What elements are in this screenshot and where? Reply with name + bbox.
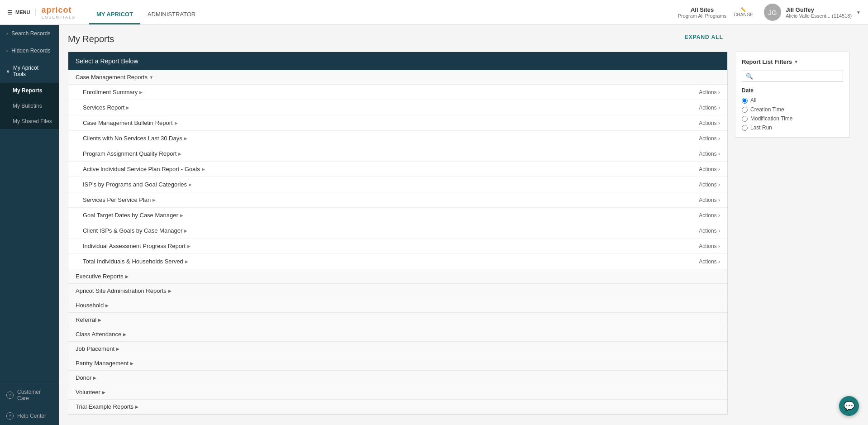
table-row[interactable]: Individual Assessment Progress Report ▶ …: [68, 239, 727, 254]
section-apricot-site-admin[interactable]: Apricot Site Administration Reports ▶: [68, 284, 727, 298]
row-name: Active Individual Service Plan Report - …: [83, 166, 205, 172]
logo: apricot ESSENTIALS: [41, 5, 76, 19]
table-row[interactable]: Program Assignment Quality Report ▶ Acti…: [68, 146, 727, 162]
radio-last-run[interactable]: Last Run: [742, 124, 843, 131]
table-row[interactable]: Goal Target Dates by Case Manager ▶ Acti…: [68, 208, 727, 223]
sidebar-sub-menu: My Reports My Bulletins My Shared Files: [0, 83, 59, 129]
actions-button[interactable]: Actions ›: [699, 258, 720, 265]
section-case-management[interactable]: Case Management Reports ▼: [68, 70, 727, 85]
actions-button[interactable]: Actions ›: [699, 89, 720, 96]
avatar: JG: [764, 4, 781, 21]
row-name: Total Individuals & Households Served ▶: [83, 258, 188, 265]
section-referral[interactable]: Referral ▶: [68, 313, 727, 327]
row-arrow-icon: ▶: [185, 259, 188, 264]
row-name: Client ISPs & Goals by Case Manager ▶: [83, 227, 187, 234]
filter-title-label: Report List Filters: [742, 58, 792, 65]
sidebar-sub-my-bulletins[interactable]: My Bulletins: [0, 98, 59, 114]
sidebar-item-customer-care[interactable]: ? Customer Care: [0, 383, 59, 407]
radio-creation-input[interactable]: [742, 107, 748, 113]
section-donor[interactable]: Donor ▶: [68, 371, 727, 385]
table-row[interactable]: ISP's by Programs and Goal Categories ▶ …: [68, 177, 727, 192]
row-arrow-icon: ▶: [184, 136, 187, 141]
radio-all-input[interactable]: [742, 98, 748, 104]
section-class-attendance[interactable]: Class Attendance ▶: [68, 327, 727, 342]
change-button[interactable]: ✏️ CHANGE: [734, 7, 753, 17]
avatar-initials: JG: [768, 9, 777, 16]
section-label: Donor: [76, 374, 91, 381]
actions-button[interactable]: Actions ›: [699, 228, 720, 234]
sidebar-sub-my-reports[interactable]: My Reports: [0, 83, 59, 98]
section-arrow-icon: ▶: [168, 289, 172, 293]
sidebar-item-hidden-records[interactable]: › Hidden Records: [0, 42, 59, 59]
menu-label: MENU: [15, 10, 30, 15]
chat-icon: 💬: [844, 401, 855, 411]
top-nav: ☰ MENU apricot ESSENTIALS MY APRICOT ADM…: [0, 0, 868, 25]
page-title: My Reports: [68, 34, 859, 44]
tab-administrator[interactable]: ADMINISTRATOR: [140, 7, 203, 24]
section-executive-reports[interactable]: Executive Reports ▶: [68, 269, 727, 284]
table-row[interactable]: Active Individual Service Plan Report - …: [68, 162, 727, 177]
content-area: Select a Report Below Case Management Re…: [68, 52, 859, 415]
section-arrow-icon: ▶: [135, 405, 138, 409]
radio-creation-time[interactable]: Creation Time: [742, 106, 843, 113]
section-label: Volunteer: [76, 389, 100, 396]
sidebar-item-help-center[interactable]: ? Help Center: [0, 407, 59, 425]
user-info: Jill Guffey Alicio Valle Essent... (1145…: [786, 6, 852, 19]
row-arrow-icon: ▶: [175, 121, 178, 125]
table-row[interactable]: Case Management Bulletin Report ▶ Action…: [68, 115, 727, 131]
edit-icon: ✏️: [741, 7, 746, 12]
table-row[interactable]: Client ISPs & Goals by Case Manager ▶ Ac…: [68, 223, 727, 239]
actions-button[interactable]: Actions ›: [699, 166, 720, 172]
sidebar-label-apricot-tools: My Apricot Tools: [13, 65, 52, 77]
help-center-label: Help Center: [17, 413, 46, 419]
actions-button[interactable]: Actions ›: [699, 135, 720, 142]
radio-modification-time[interactable]: Modification Time: [742, 115, 843, 122]
row-arrow-icon: ▶: [139, 90, 143, 95]
section-arrow-icon: ▶: [105, 303, 109, 308]
table-row[interactable]: Services Report ▶ Actions ›: [68, 100, 727, 115]
section-arrow-icon: ▶: [102, 390, 105, 395]
row-arrow-icon: ▶: [184, 229, 187, 233]
sidebar-sub-my-shared-files[interactable]: My Shared Files: [0, 114, 59, 129]
menu-button[interactable]: ☰ MENU: [7, 9, 36, 16]
sidebar-bottom: ? Customer Care ? Help Center: [0, 383, 59, 425]
row-arrow-icon: ▶: [187, 244, 191, 248]
table-row[interactable]: Clients with No Services Last 30 Days ▶ …: [68, 131, 727, 146]
section-volunteer[interactable]: Volunteer ▶: [68, 385, 727, 400]
table-row[interactable]: Total Individuals & Households Served ▶ …: [68, 254, 727, 269]
tab-my-apricot[interactable]: MY APRICOT: [89, 7, 140, 24]
section-label: Job Placement: [76, 345, 114, 352]
actions-button[interactable]: Actions ›: [699, 105, 720, 111]
row-arrow-icon: ▶: [178, 152, 181, 156]
main-content: My Reports EXPAND ALL Select a Report Be…: [59, 25, 868, 425]
report-table-header: Select a Report Below: [68, 52, 727, 70]
actions-button[interactable]: Actions ›: [699, 212, 720, 219]
app-body: › Search Records › Hidden Records ∨ My A…: [0, 25, 868, 425]
actions-button[interactable]: Actions ›: [699, 151, 720, 157]
section-job-placement[interactable]: Job Placement ▶: [68, 342, 727, 356]
section-household[interactable]: Household ▶: [68, 298, 727, 313]
section-pantry-management[interactable]: Pantry Management ▶: [68, 356, 727, 371]
table-row[interactable]: Enrollment Summary ▶ Actions ›: [68, 85, 727, 100]
actions-button[interactable]: Actions ›: [699, 120, 720, 126]
radio-last-run-input[interactable]: [742, 125, 748, 131]
row-arrow-icon: ▶: [153, 198, 156, 202]
sidebar-item-search-records[interactable]: › Search Records: [0, 25, 59, 42]
radio-all[interactable]: All: [742, 97, 843, 104]
section-arrow-icon: ▶: [130, 361, 134, 366]
actions-button[interactable]: Actions ›: [699, 181, 720, 188]
user-area[interactable]: JG Jill Guffey Alicio Valle Essent... (1…: [764, 4, 861, 21]
sidebar-item-apricot-tools[interactable]: ∨ My Apricot Tools: [0, 59, 59, 83]
search-icon: 🔍: [746, 73, 753, 80]
actions-button[interactable]: Actions ›: [699, 243, 720, 249]
radio-creation-label: Creation Time: [750, 106, 784, 113]
table-row[interactable]: Services Per Service Plan ▶ Actions ›: [68, 192, 727, 208]
radio-modification-input[interactable]: [742, 116, 748, 122]
section-trial-example[interactable]: Trial Example Reports ▶: [68, 400, 727, 414]
actions-button[interactable]: Actions ›: [699, 197, 720, 203]
sidebar-label-hidden-records: Hidden Records: [11, 48, 50, 54]
row-name: Clients with No Services Last 30 Days ▶: [83, 135, 187, 142]
expand-all-button[interactable]: EXPAND ALL: [685, 34, 723, 40]
chat-button[interactable]: 💬: [839, 396, 859, 416]
search-input[interactable]: [756, 73, 839, 80]
